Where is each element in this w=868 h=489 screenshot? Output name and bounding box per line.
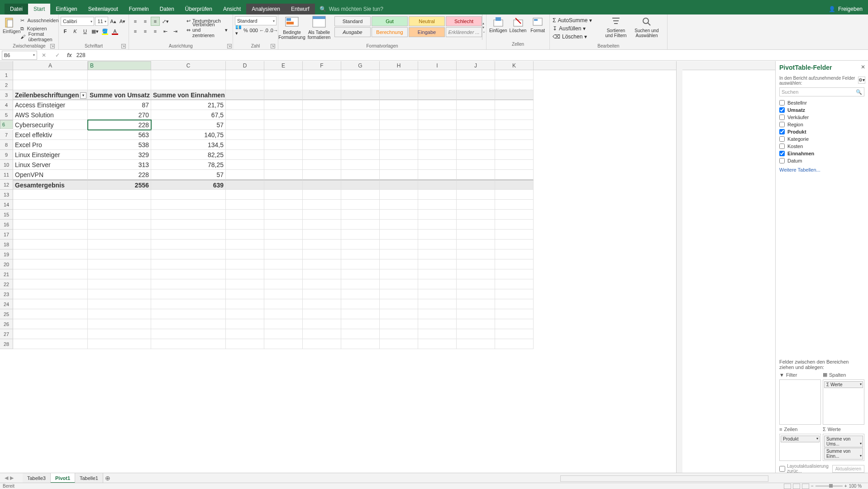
cell[interactable] bbox=[303, 70, 341, 80]
cell[interactable] bbox=[495, 90, 534, 100]
view-page-break-icon[interactable] bbox=[802, 484, 809, 489]
tab-ueberpruefen[interactable]: Überprüfen bbox=[180, 4, 218, 14]
cell[interactable] bbox=[457, 319, 495, 329]
align-left-icon[interactable]: ≡ bbox=[131, 27, 140, 36]
cell[interactable] bbox=[418, 210, 457, 220]
row-header[interactable]: 13 bbox=[0, 190, 13, 200]
cell[interactable] bbox=[380, 220, 418, 230]
values-field-umsatz[interactable]: Summe von Ums...▾ bbox=[824, 436, 863, 447]
cell[interactable] bbox=[151, 70, 226, 80]
cell[interactable] bbox=[495, 200, 534, 210]
cell[interactable] bbox=[380, 269, 418, 279]
row-header[interactable]: 4 bbox=[0, 100, 13, 110]
cell[interactable] bbox=[457, 230, 495, 240]
cell[interactable] bbox=[341, 110, 380, 120]
zoom-level[interactable]: 100 % bbox=[849, 484, 862, 489]
cell[interactable]: AWS Solution bbox=[13, 110, 88, 120]
cell[interactable] bbox=[13, 70, 88, 80]
cell[interactable] bbox=[264, 309, 303, 319]
cell[interactable] bbox=[151, 289, 226, 299]
field-label[interactable]: Umsatz bbox=[787, 107, 805, 113]
cell[interactable] bbox=[303, 110, 341, 120]
cell[interactable] bbox=[495, 210, 534, 220]
cell[interactable] bbox=[418, 170, 457, 180]
cell[interactable] bbox=[226, 230, 264, 240]
cell[interactable] bbox=[495, 130, 534, 140]
more-tables-link[interactable]: Weitere Tabellen... bbox=[779, 167, 864, 173]
cell[interactable] bbox=[341, 180, 380, 190]
cell[interactable]: 21,75 bbox=[151, 100, 226, 110]
font-name-select[interactable]: Calibri▾ bbox=[61, 17, 94, 26]
field-checkbox[interactable] bbox=[779, 136, 785, 142]
cell[interactable] bbox=[226, 309, 264, 319]
cell[interactable]: 57 bbox=[151, 120, 226, 130]
cell[interactable] bbox=[13, 319, 88, 329]
cell[interactable] bbox=[303, 309, 341, 319]
cell[interactable] bbox=[418, 220, 457, 230]
cell[interactable] bbox=[495, 70, 534, 80]
cell[interactable] bbox=[303, 259, 341, 269]
tab-daten[interactable]: Daten bbox=[154, 4, 180, 14]
sheet-nav-prev-icon[interactable]: ◀ bbox=[5, 475, 8, 481]
cell[interactable] bbox=[418, 200, 457, 210]
cell[interactable] bbox=[13, 339, 88, 349]
cell[interactable] bbox=[13, 309, 88, 319]
cell[interactable]: 67,5 bbox=[151, 110, 226, 120]
cell[interactable] bbox=[380, 70, 418, 80]
cell[interactable] bbox=[418, 279, 457, 289]
cell[interactable] bbox=[418, 180, 457, 190]
rows-dropzone[interactable]: Produkt▾ bbox=[779, 434, 821, 461]
cell[interactable] bbox=[380, 190, 418, 200]
cell[interactable] bbox=[264, 269, 303, 279]
cell[interactable] bbox=[341, 289, 380, 299]
cell[interactable] bbox=[495, 299, 534, 309]
col-header-e[interactable]: E bbox=[264, 61, 303, 70]
cell[interactable] bbox=[341, 249, 380, 259]
thousands-icon[interactable]: 000 bbox=[249, 26, 258, 35]
cell[interactable] bbox=[226, 140, 264, 150]
row-header[interactable]: 10 bbox=[0, 160, 13, 170]
cell[interactable] bbox=[418, 269, 457, 279]
row-header[interactable]: 28 bbox=[0, 339, 13, 349]
cell[interactable] bbox=[303, 90, 341, 100]
columns-field-werte[interactable]: Σ Werte▾ bbox=[824, 381, 863, 388]
format-as-table-button[interactable]: Als Tabelle formatieren bbox=[305, 14, 333, 40]
cell[interactable] bbox=[418, 339, 457, 349]
cell[interactable] bbox=[226, 80, 264, 90]
cell[interactable] bbox=[457, 339, 495, 349]
row-header[interactable]: 2 bbox=[0, 80, 13, 90]
cell[interactable] bbox=[226, 70, 264, 80]
cell[interactable] bbox=[380, 80, 418, 90]
orientation-icon[interactable]: ⤢▾ bbox=[161, 17, 170, 26]
cell[interactable] bbox=[151, 220, 226, 230]
row-header[interactable]: 5 bbox=[0, 110, 13, 120]
cell[interactable]: Cybersecurity bbox=[13, 120, 88, 130]
cell[interactable] bbox=[151, 299, 226, 309]
cell[interactable]: 78,25 bbox=[151, 160, 226, 170]
cancel-icon[interactable]: ✕ bbox=[42, 52, 46, 58]
cell[interactable] bbox=[418, 309, 457, 319]
cell[interactable] bbox=[341, 120, 380, 130]
cell[interactable] bbox=[495, 339, 534, 349]
cell[interactable] bbox=[151, 339, 226, 349]
zoom-slider[interactable] bbox=[816, 485, 843, 487]
field-checkbox[interactable] bbox=[779, 144, 785, 149]
new-sheet-button[interactable]: ⊕ bbox=[103, 475, 112, 482]
cell[interactable] bbox=[341, 329, 380, 339]
col-header-d[interactable]: D bbox=[226, 61, 264, 70]
cell[interactable] bbox=[226, 160, 264, 170]
cell[interactable] bbox=[13, 259, 88, 269]
zoom-in-icon[interactable]: + bbox=[844, 484, 847, 489]
cell[interactable] bbox=[151, 329, 226, 339]
enter-icon[interactable]: ✓ bbox=[55, 52, 60, 58]
cell[interactable] bbox=[303, 249, 341, 259]
cell[interactable] bbox=[418, 259, 457, 269]
cell[interactable] bbox=[226, 279, 264, 289]
gear-icon[interactable]: ⚙▾ bbox=[858, 77, 865, 84]
cell[interactable] bbox=[341, 90, 380, 100]
cell[interactable] bbox=[88, 70, 151, 80]
cellstyle-neutral[interactable]: Neutral bbox=[409, 16, 445, 26]
cell[interactable]: 82,25 bbox=[151, 150, 226, 160]
cell[interactable] bbox=[418, 140, 457, 150]
cell[interactable] bbox=[226, 210, 264, 220]
